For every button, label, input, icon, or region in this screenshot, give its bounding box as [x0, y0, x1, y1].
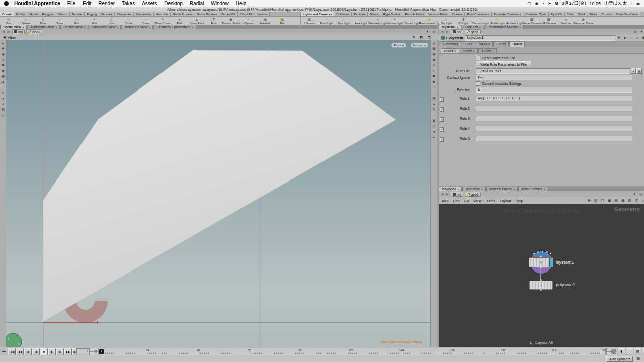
- display-option-icon-13[interactable]: ~: [433, 113, 435, 117]
- menu-edit[interactable]: Edit: [79, 1, 95, 6]
- param-tab-rules[interactable]: Rules: [509, 41, 525, 47]
- back-icon[interactable]: ◀: [440, 30, 444, 34]
- context-siblings-checkbox[interactable]: [476, 81, 480, 86]
- shelf-tool-line[interactable]: ╱Line: [103, 17, 120, 25]
- read-rules-checkbox[interactable]: [476, 56, 480, 60]
- shelf-tab-rigging[interactable]: Rigging: [85, 12, 99, 16]
- shelf-tab-hair-utils[interactable]: Hair Utils: [154, 12, 171, 16]
- network-toolbar-icon-7[interactable]: ◫: [634, 199, 639, 203]
- chevron-down-icon[interactable]: ▾: [117, 25, 118, 29]
- network-toolbar-icon-0[interactable]: ✥: [587, 199, 592, 203]
- location-arrow-icon[interactable]: ➤: [548, 1, 551, 6]
- shelf-tool-stereo-camera[interactable]: ▣Stereo Camera: [523, 17, 540, 25]
- stop-button[interactable]: ■: [40, 348, 48, 355]
- lock-icon[interactable]: ◐: [635, 36, 639, 40]
- net-menu-add[interactable]: Add: [442, 199, 448, 203]
- pane-tab-material-palette[interactable]: Material Palette▾: [486, 187, 518, 191]
- tool-icon-13[interactable]: ◇: [2, 113, 4, 117]
- display-option-icon-2[interactable]: ▣: [432, 52, 436, 56]
- chevron-down-icon[interactable]: ▾: [457, 25, 459, 29]
- network-toolbar-icon-6[interactable]: ▧: [627, 199, 633, 203]
- play-reverse-button[interactable]: ◀: [32, 348, 40, 355]
- notification-center-icon[interactable]: ☰: [636, 1, 640, 6]
- display-option-icon-8[interactable]: ○: [433, 85, 435, 89]
- chevron-down-icon[interactable]: ▾: [458, 187, 459, 191]
- shelf-tab-crowds[interactable]: Crowds: [599, 12, 614, 16]
- shelf-tab-cloud-fx[interactable]: Cloud FX: [238, 12, 255, 16]
- app-menu[interactable]: Houdini Apprentice: [11, 1, 64, 6]
- display-option-icon-17[interactable]: ▸: [433, 135, 435, 139]
- back-icon[interactable]: ◀: [2, 30, 5, 34]
- next-keyframe-button[interactable]: ▶▶: [64, 348, 72, 355]
- jump-icon[interactable]: ◉: [641, 36, 644, 40]
- chevron-down-icon[interactable]: ▾: [544, 187, 545, 191]
- shelf-tool-box[interactable]: ▦Box: [0, 17, 17, 25]
- rule-4-checkbox[interactable]: ✓: [440, 127, 444, 132]
- secure-selection-icon[interactable]: ◩: [419, 35, 424, 39]
- pin-icon[interactable]: ◎: [632, 30, 637, 34]
- menu-help[interactable]: Help: [232, 1, 250, 6]
- net-menu-edit[interactable]: Edit: [453, 199, 459, 203]
- context-ignore-field[interactable]: F+-: [476, 75, 632, 80]
- display-option-icon-6[interactable]: ✱: [433, 74, 436, 78]
- shelf-tab-lights-and-cameras[interactable]: Lights and Cameras: [301, 12, 334, 16]
- view-orientation-pill[interactable]: Front ▾: [391, 43, 406, 48]
- shelf-tab-guide-process[interactable]: Guide Process: [171, 12, 195, 16]
- path-chip-obj[interactable]: obj: [12, 29, 25, 34]
- display-icon[interactable]: ▢: [528, 1, 532, 6]
- shelf-tool-point-light[interactable]: ☀Point Light: [318, 17, 335, 25]
- rule-2-checkbox[interactable]: ✓: [440, 107, 444, 112]
- param-tab-funcs[interactable]: Funcs: [493, 41, 509, 47]
- network-toolbar-icon-4[interactable]: ▤: [613, 199, 619, 203]
- rule-1-checkbox[interactable]: ✓: [440, 97, 444, 102]
- playbar-menu-icon[interactable]: ▬: [1, 349, 7, 352]
- shelf-tab-create[interactable]: Create: [0, 12, 14, 16]
- forward-icon[interactable]: ▶: [445, 192, 449, 196]
- shelf-tool-gi-light[interactable]: ▮GI Light: [455, 17, 472, 25]
- shelf-tool-grid[interactable]: ▤Grid: [68, 17, 86, 25]
- display-option-icon-9[interactable]: ◔: [433, 91, 435, 95]
- menu-window[interactable]: Window: [207, 1, 232, 6]
- shelf-tool-torus[interactable]: ◎Torus: [51, 17, 68, 25]
- tool-icon-0[interactable]: ▸: [2, 41, 4, 45]
- shelf-tab-guide-brushes[interactable]: Guide Brushes: [195, 12, 220, 16]
- display-option-icon-3[interactable]: ◉: [432, 58, 435, 62]
- chevron-down-icon[interactable]: ▾: [149, 25, 150, 29]
- chevron-down-icon[interactable]: ▾: [192, 25, 194, 29]
- shelf-tool-portal-light[interactable]: ▤Portal Light: [489, 17, 506, 25]
- display-option-icon-15[interactable]: ◇: [433, 124, 435, 128]
- path-options-icon[interactable]: ▾: [639, 30, 643, 34]
- shelf-tab-oceans[interactable]: Oceans: [450, 12, 465, 16]
- net-menu-go[interactable]: Go: [464, 199, 469, 203]
- network-toolbar-icon-1[interactable]: ▥: [593, 199, 598, 203]
- tool-icon-3[interactable]: ◎: [2, 58, 5, 62]
- rule-2-field[interactable]: [476, 106, 632, 111]
- path-chip-geo1[interactable]: geo1: [26, 29, 42, 34]
- chevron-down-icon[interactable]: ▾: [519, 25, 521, 29]
- chevron-down-icon[interactable]: ▾: [479, 25, 481, 29]
- shelf-tool-null[interactable]: +Null: [86, 17, 103, 25]
- menu-file[interactable]: File: [64, 1, 79, 6]
- next-frame-button[interactable]: |▶: [56, 348, 64, 355]
- shelf-tool-sphere[interactable]: ●Sphere: [17, 17, 34, 25]
- tool-icon-11[interactable]: ◐: [2, 102, 4, 106]
- select-mode-icon[interactable]: ✥: [411, 35, 416, 39]
- display-option-icon-11[interactable]: ▲: [432, 102, 436, 106]
- net-menu-view[interactable]: View: [473, 199, 481, 203]
- subtab-rules-1[interactable]: Rules 1: [441, 48, 459, 53]
- help-icon[interactable]: H: [623, 36, 628, 40]
- jump-to-start-button[interactable]: |◀◀: [8, 348, 16, 355]
- shelf-tab-terrain-fx[interactable]: Terrain FX: [219, 12, 238, 16]
- shelf-tool-camera[interactable]: ▣Camera: [301, 17, 318, 25]
- param-tab-geometry[interactable]: Geometry: [440, 41, 461, 47]
- spotlight-search-icon[interactable]: ⌕: [630, 1, 632, 6]
- shelf-tool-vr-camera[interactable]: ▣VR Camera: [540, 17, 557, 25]
- node-name-field[interactable]: lsystem1: [465, 35, 615, 41]
- network-toolbar-icon-8[interactable]: ○: [641, 199, 644, 203]
- path-chip-obj[interactable]: obj: [451, 29, 463, 34]
- network-editor-canvas[interactable]: Non-Commercial Edition Geometry ✳ lsyste…: [439, 204, 644, 347]
- file-chooser-icon[interactable]: ▤: [636, 68, 642, 74]
- eye-icon[interactable]: ◉: [535, 1, 538, 6]
- rule-3-checkbox[interactable]: ✓: [440, 117, 444, 122]
- network-toolbar-icon-2[interactable]: ▢: [600, 199, 605, 203]
